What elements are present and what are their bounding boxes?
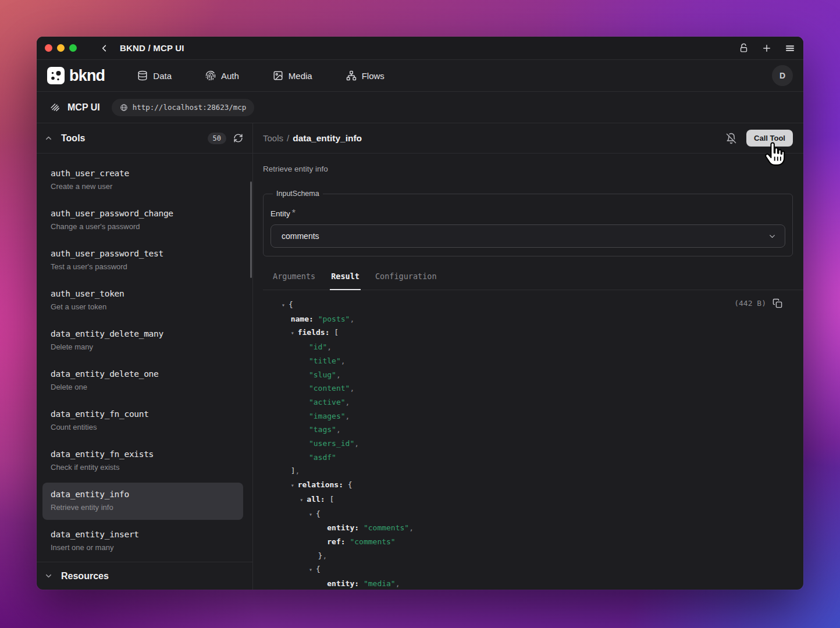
- json-line: ref: "comments": [282, 535, 782, 549]
- tool-item-auth_user_create[interactable]: auth_user_createCreate a new user: [42, 162, 243, 199]
- notifications-off-icon[interactable]: [725, 133, 737, 144]
- json-line: "users_id",: [282, 437, 782, 451]
- tool-description: Get a user token: [51, 302, 235, 312]
- json-token: {: [289, 300, 293, 309]
- json-token: ]: [282, 466, 295, 475]
- json-token: ,: [396, 579, 400, 588]
- close-button[interactable]: [45, 44, 52, 52]
- json-line: entity: "media",: [282, 577, 782, 590]
- json-token: "active": [309, 398, 346, 406]
- nav-item-data[interactable]: Data: [137, 70, 172, 81]
- json-collapse-toggle-icon[interactable]: ▾: [309, 511, 316, 518]
- back-icon[interactable]: [100, 44, 109, 53]
- json-token: [282, 537, 327, 546]
- call-tool-button[interactable]: Call Tool: [746, 130, 793, 147]
- result-tabs: Arguments Result Configuration: [263, 267, 803, 290]
- tool-item-data_entity_fn_exists[interactable]: data_entity_fn_existsCheck if entity exi…: [42, 443, 243, 480]
- json-token: name:: [291, 315, 314, 323]
- nav-item-flows[interactable]: Flows: [346, 70, 385, 81]
- json-token: "images": [309, 412, 346, 420]
- json-line: "images",: [282, 409, 782, 423]
- tool-name: data_entity_info: [51, 489, 235, 499]
- json-line: entity: "comments",: [282, 521, 782, 535]
- tool-item-data_entity_insert[interactable]: data_entity_insertInsert one or many: [42, 523, 243, 560]
- brand-logo[interactable]: bknd: [47, 67, 105, 85]
- nav-label: Data: [153, 71, 172, 81]
- json-line: ▾ fields: [: [282, 326, 782, 340]
- nav-item-auth[interactable]: Auth: [205, 70, 239, 81]
- json-token: [282, 523, 327, 532]
- window-title: BKND / MCP UI: [120, 43, 184, 53]
- json-line: "slug",: [282, 368, 782, 382]
- zoom-button[interactable]: [69, 44, 77, 52]
- tools-sidebar: Tools 50 auth_user_createCreate a new us…: [37, 123, 253, 590]
- tools-section-header[interactable]: Tools 50: [37, 123, 252, 154]
- entity-select[interactable]: comments: [270, 224, 785, 248]
- json-token: ,: [336, 370, 341, 379]
- json-token: [: [325, 495, 334, 504]
- json-line: ▾ relations: {: [282, 478, 782, 493]
- tool-name: data_entity_delete_many: [51, 329, 235, 339]
- json-token: [282, 495, 300, 504]
- tool-item-data_entity_delete_many[interactable]: data_entity_delete_manyDelete many: [42, 322, 243, 359]
- resources-section-header[interactable]: Resources: [37, 562, 252, 590]
- tool-item-auth_user_password_test[interactable]: auth_user_password_testTest a user's pas…: [42, 242, 243, 279]
- breadcrumb-section[interactable]: Tools: [263, 133, 283, 143]
- json-collapse-toggle-icon[interactable]: ▾: [291, 482, 298, 488]
- tool-description: Retrieve entity info: [263, 164, 803, 174]
- nav-label: Flows: [362, 71, 385, 81]
- tab-result[interactable]: Result: [330, 267, 361, 290]
- tool-item-auth_user_token[interactable]: auth_user_tokenGet a user token: [42, 282, 243, 319]
- json-code: ▾ { name: "posts", ▾ fields: [ "id", "ti…: [282, 298, 782, 590]
- lock-open-icon[interactable]: [739, 43, 749, 53]
- json-token: [359, 579, 364, 588]
- tab-arguments[interactable]: Arguments: [272, 267, 316, 290]
- new-tab-icon[interactable]: [761, 43, 772, 53]
- tool-name: data_entity_insert: [51, 529, 235, 540]
- copy-icon[interactable]: [773, 298, 782, 308]
- refresh-icon[interactable]: [233, 133, 243, 143]
- tools-count-badge: 50: [208, 133, 226, 144]
- json-token: [282, 565, 309, 573]
- json-token: ,: [341, 356, 346, 365]
- tool-description: Insert one or many: [51, 543, 235, 552]
- json-token: [282, 398, 309, 406]
- json-token: [282, 480, 291, 489]
- menu-icon[interactable]: [785, 43, 795, 53]
- sidebar-scrollbar[interactable]: [250, 181, 252, 278]
- json-token: "slug": [309, 370, 336, 379]
- tool-item-data_entity_fn_count[interactable]: data_entity_fn_countCount entities: [42, 402, 243, 440]
- json-collapse-toggle-icon[interactable]: ▾: [291, 330, 298, 336]
- tool-description: Delete one: [51, 383, 235, 392]
- tool-description: Count entities: [51, 423, 235, 432]
- json-token: ,: [409, 523, 414, 532]
- json-line: "id",: [282, 340, 782, 354]
- json-token: all:: [307, 495, 325, 504]
- input-schema-fieldset: InputSchema Entity* comments: [263, 190, 793, 256]
- tool-description: Check if entity exists: [51, 463, 235, 472]
- input-schema-legend: InputSchema: [273, 190, 323, 198]
- json-collapse-toggle-icon[interactable]: ▾: [282, 302, 289, 308]
- json-token: ,: [350, 315, 354, 323]
- tool-item-data_entity_delete_one[interactable]: data_entity_delete_oneDelete one: [42, 362, 243, 399]
- json-collapse-toggle-icon[interactable]: ▾: [300, 497, 307, 503]
- tab-configuration[interactable]: Configuration: [374, 267, 438, 290]
- fingerprint-icon: [205, 70, 216, 81]
- tool-item-auth_user_password_change[interactable]: auth_user_password_changeChange a user's…: [42, 202, 243, 239]
- user-avatar[interactable]: D: [772, 65, 793, 86]
- minimize-button[interactable]: [57, 44, 65, 52]
- chevron-down-icon: [768, 232, 777, 241]
- json-token: entity:: [327, 523, 359, 532]
- server-url-pill[interactable]: http://localhost:28623/mcp: [112, 99, 255, 116]
- json-line: ▾ all: [: [282, 493, 782, 507]
- json-collapse-toggle-icon[interactable]: ▾: [309, 566, 316, 573]
- json-token: ,: [327, 342, 332, 351]
- json-token: {: [343, 480, 353, 489]
- tool-item-data_entity_info[interactable]: data_entity_infoRetrieve entity info: [42, 483, 243, 520]
- tool-name: data_entity_fn_count: [51, 409, 235, 419]
- json-token: }: [282, 551, 322, 560]
- json-token: [282, 370, 309, 379]
- database-icon: [137, 70, 148, 81]
- mcp-sub-header: MCP UI http://localhost:28623/mcp: [37, 92, 803, 123]
- nav-item-media[interactable]: Media: [273, 70, 312, 81]
